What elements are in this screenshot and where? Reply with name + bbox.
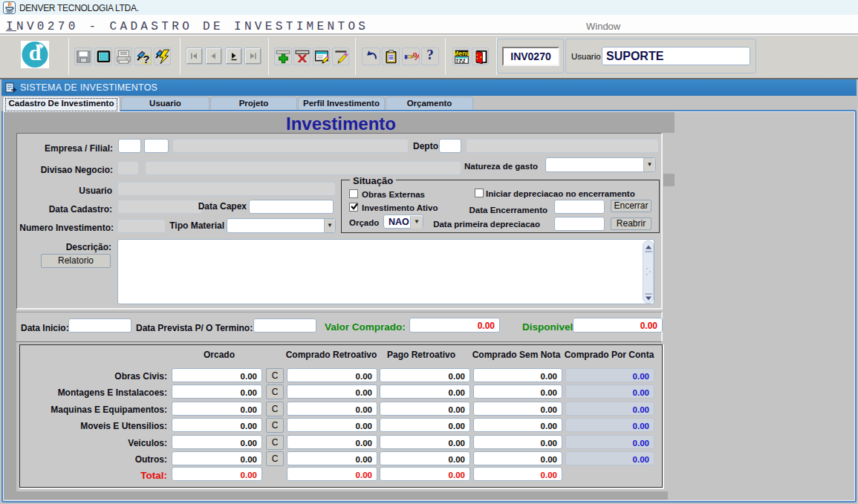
svg-text:d: d xyxy=(29,41,42,65)
